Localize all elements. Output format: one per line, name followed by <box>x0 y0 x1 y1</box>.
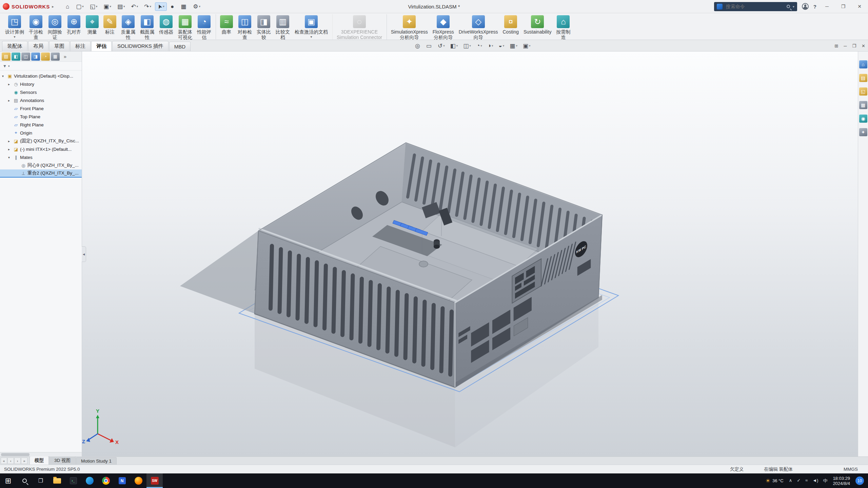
dropdown-caret-icon[interactable]: ▾ <box>14 36 15 38</box>
volume-icon[interactable]: ◄) <box>812 478 818 484</box>
restore-button[interactable]: ❐ <box>837 4 849 9</box>
tabs-overflow[interactable]: » <box>61 53 70 61</box>
tree-expand-icon[interactable]: ▸ <box>8 82 13 86</box>
close-button[interactable]: ✕ <box>854 4 865 9</box>
tree-item[interactable]: ▸ ◷ History <box>0 80 82 88</box>
tree-item[interactable]: ⊥ 重合2 (QXZH_ITX_By_... <box>0 169 82 178</box>
configurationmanager-tab[interactable]: ◫ <box>21 53 30 61</box>
interference-detection-button[interactable]: ◉ 干涉检 查 <box>26 14 45 40</box>
tree-item[interactable]: ▸ ▤ Annotations <box>0 96 82 104</box>
tree-item[interactable]: ▱ Front Plane <box>0 104 82 113</box>
viewport-3d[interactable]: KW PC <box>82 52 858 456</box>
doc-restore-button[interactable]: ❐ <box>852 43 856 48</box>
taskbar-search-button[interactable] <box>16 473 33 488</box>
command-search[interactable]: ▾ <box>714 2 797 11</box>
dropdown-caret-icon[interactable]: ▾ <box>443 44 445 47</box>
dropdown-caret-icon[interactable]: ▾ <box>516 44 517 47</box>
print-button[interactable]: ▤ ▾ <box>115 2 127 11</box>
tree-item[interactable]: ◉ Sensors <box>0 88 82 96</box>
assembly-visualization-button[interactable]: ▦ 装配体 可视化 <box>176 14 195 40</box>
firefox-app[interactable] <box>130 473 146 488</box>
notepad-app[interactable]: N <box>114 473 130 488</box>
ime-indicator[interactable]: 中 <box>823 478 827 484</box>
terminal-app[interactable]: ›_ <box>65 473 81 488</box>
markup-button[interactable]: ✎ 标注 <box>101 14 119 39</box>
displaymanager-tab[interactable]: ◔ <box>41 53 50 61</box>
defender-icon[interactable]: ✓ <box>797 478 801 484</box>
simulationxpress-button[interactable]: ✦ SimulationXpress 分析向导 <box>387 14 430 40</box>
curvature-button[interactable]: ≈ 曲率 <box>216 14 235 39</box>
driveworksxpress-button[interactable]: ◇ DriveWorksXpress 向导 <box>456 14 500 40</box>
camera-icon[interactable]: ▣ ▾ <box>520 42 533 49</box>
tree-expand-icon[interactable]: ▾ <box>2 74 7 78</box>
dimxpertmanager-tab[interactable]: ◨ <box>31 53 40 61</box>
hole-alignment-button[interactable]: ⊕ 孔对齐 <box>64 14 83 39</box>
symmetry-check-button[interactable]: ◫ 对称检 查 <box>235 14 254 40</box>
home-button[interactable]: ⌂ <box>63 2 72 11</box>
model-tab[interactable]: 模型 <box>29 456 49 465</box>
dropdown-caret-icon[interactable]: ▾ <box>199 5 200 8</box>
doc-close-button[interactable]: ✕ <box>862 43 865 48</box>
tab-markup[interactable]: 标注 <box>70 41 91 51</box>
dropdown-caret-icon[interactable]: ▾ <box>123 5 125 8</box>
dropdown-caret-icon[interactable]: ▾ <box>492 44 493 47</box>
floor-boss[interactable] <box>419 261 428 267</box>
view-orientation-icon[interactable]: ◫ ▾ <box>460 42 474 49</box>
tab-assembly[interactable]: 装配体 <box>2 41 27 51</box>
notification-badge[interactable]: 10 <box>855 476 864 485</box>
start-button[interactable]: ⊞ <box>0 473 16 488</box>
propertymanager-tab[interactable]: ◧ <box>12 53 20 61</box>
tree-filter[interactable]: ▼ ▾ <box>0 62 82 70</box>
solidworks-app[interactable]: SW <box>146 473 163 488</box>
graphics-viewport[interactable]: KW PC <box>82 52 858 456</box>
file-explorer-app[interactable] <box>49 473 65 488</box>
3dexperience-connector-button[interactable]: ◌ 3DEXPERIENCE Simulation Connector <box>332 14 384 40</box>
scene-icon[interactable]: ▦ ▾ <box>507 42 520 49</box>
help-icon[interactable]: ? <box>813 4 816 9</box>
edit-appearance-icon[interactable]: ◒ ▾ <box>496 42 507 49</box>
tree-item[interactable]: ▸ ◪ (-) mini ITX<1> (Default... <box>0 145 82 153</box>
new-document-button[interactable]: ▢ ▾ <box>74 2 86 11</box>
motion-study-tab[interactable]: Motion Study 1 <box>76 457 117 465</box>
clearance-verification-button[interactable]: ◎ 间隙验 证 <box>45 14 64 40</box>
tree-expand-icon[interactable]: ▸ <box>8 147 13 151</box>
tab-sketch[interactable]: 草图 <box>49 41 70 51</box>
tab-evaluate[interactable]: 评估 <box>91 41 112 51</box>
dropdown-caret-icon[interactable]: ▾ <box>310 36 312 38</box>
sensor-button[interactable]: ◍ 传感器 <box>157 14 176 39</box>
search-icon[interactable] <box>787 5 790 8</box>
measure-button[interactable]: ⌖ 测量 <box>83 14 101 39</box>
appearances-icon[interactable]: ◉ <box>859 115 867 123</box>
sustainability-button[interactable]: ↻ Sustainability <box>521 14 554 39</box>
chrome-app[interactable] <box>98 473 114 488</box>
previous-view-icon[interactable]: ↺ ▾ <box>435 42 448 49</box>
cam-tab[interactable]: ▦ <box>51 53 60 61</box>
tab-layout[interactable]: 布局 <box>28 41 48 51</box>
3d-views-tab[interactable]: 3D 视图 <box>49 456 76 465</box>
zoom-fit-icon[interactable]: ◎ <box>412 42 423 49</box>
dropdown-caret-icon[interactable]: ▾ <box>82 5 84 8</box>
tab-mbd[interactable]: MBD <box>169 42 191 51</box>
file-explorer-icon[interactable]: ◱ <box>859 87 867 96</box>
scrollbar-thumb[interactable] <box>1 453 29 456</box>
dropdown-caret-icon[interactable]: ▾ <box>529 44 531 47</box>
weather-widget[interactable]: ☀ 36 °C <box>766 477 784 484</box>
tree-item[interactable]: ▾ ▣ Virtulization (Default) <Disp... <box>0 72 82 80</box>
hide-show-icon[interactable]: ◑ ▾ <box>485 42 496 49</box>
performance-evaluation-button[interactable]: ◔ 性能评 估 <box>195 14 214 40</box>
featuremanager-tab[interactable]: ▤ <box>2 53 11 61</box>
compare-documents-button[interactable]: ▥ 比较文 档 <box>273 14 292 40</box>
display-style-icon[interactable]: ◔ ▾ <box>474 42 485 49</box>
tab-scroll-button[interactable]: » <box>21 458 27 464</box>
user-account-icon[interactable] <box>802 3 809 10</box>
check-active-document-button[interactable]: ▣ 检查激活的文档 ▾ <box>292 14 330 39</box>
filter-caret-icon[interactable]: ▾ <box>8 64 10 68</box>
dropdown-caret-icon[interactable]: ▾ <box>96 5 98 8</box>
tab-scroll-button[interactable]: › <box>14 458 21 464</box>
section-properties-button[interactable]: ◧ 截面属 性 <box>138 14 157 40</box>
dropdown-caret-icon[interactable]: ▾ <box>456 44 458 47</box>
dropdown-caret-icon[interactable]: ▾ <box>480 44 482 47</box>
save-button[interactable]: ▣ ▾ <box>101 2 114 11</box>
taskbar-clock[interactable]: 18:03:29 2024/8/4 <box>833 476 850 486</box>
tree-item[interactable]: ▱ Right Plane <box>0 121 82 129</box>
